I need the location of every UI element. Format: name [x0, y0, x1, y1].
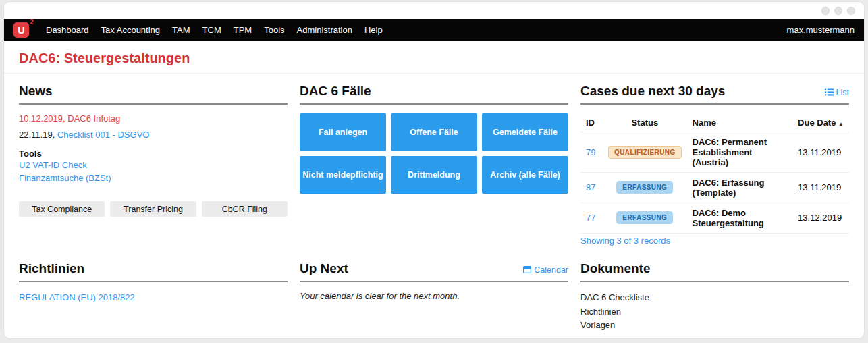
- drittmeldung-button[interactable]: Drittmeldung: [391, 156, 477, 194]
- case-id-link[interactable]: 77: [586, 213, 595, 223]
- offene-faelle-button[interactable]: Offene Fälle: [391, 113, 477, 151]
- table-row: 87 ERFASSUNG DAC6: Erfassung (Template) …: [580, 172, 849, 203]
- up-next-section-title: Up Next: [300, 262, 348, 276]
- document-item-richtlinien[interactable]: Richtlinien: [580, 305, 849, 319]
- calendar-icon: [523, 266, 531, 273]
- list-link-label: List: [836, 88, 849, 97]
- page-content: DAC6: Steuergestaltungen News 10.12.2019…: [4, 51, 864, 339]
- document-item-vorlagen[interactable]: Vorlagen: [580, 319, 849, 333]
- column-header-due-date[interactable]: Due Date ▲: [792, 113, 849, 132]
- nav-item-dashboard[interactable]: Dashboard: [40, 25, 95, 35]
- tax-compliance-button[interactable]: Tax Compliance: [19, 201, 105, 217]
- news-section: News 10.12.2019, DAC6 Infotag 22.11.19, …: [19, 84, 288, 246]
- logo-letter: U: [13, 22, 29, 38]
- tool-link-finanzamtsuche[interactable]: Finanzamtsuche (BZSt): [19, 172, 288, 184]
- dac6-faelle-section: DAC 6 Fälle Fall anlegen Offene Fälle Ge…: [300, 84, 568, 246]
- table-row: 79 QUALIFIZIERUNG DAC6: Permanent Establ…: [580, 132, 849, 172]
- up-next-section: Up Next Calendar Your calendar is clear …: [300, 262, 568, 339]
- cbcr-filing-button[interactable]: CbCR Filing: [202, 201, 288, 217]
- case-name: DAC6: Permanent Establishment (Austria): [687, 132, 792, 172]
- nav-item-tools[interactable]: Tools: [258, 25, 290, 35]
- list-icon: [825, 88, 834, 96]
- dokumente-section-title: Dokumente: [580, 262, 650, 276]
- window-control-icon[interactable]: [821, 7, 830, 15]
- main-menu: Dashboard Tax Accounting TAM TCM TPM Too…: [40, 25, 389, 35]
- case-due-date: 13.11.2019: [792, 172, 849, 203]
- column-header-name[interactable]: Name: [687, 113, 792, 132]
- nav-item-tax-accounting[interactable]: Tax Accounting: [95, 25, 166, 35]
- case-id-link[interactable]: 79: [586, 147, 595, 157]
- nav-item-tpm[interactable]: TPM: [227, 25, 258, 35]
- window-titlebar: [4, 2, 864, 19]
- username[interactable]: max.mustermann: [787, 25, 855, 35]
- top-navbar: U 2 Dashboard Tax Accounting TAM TCM TPM…: [4, 19, 864, 41]
- nav-item-tam[interactable]: TAM: [166, 25, 196, 35]
- news-section-title: News: [19, 84, 53, 99]
- case-due-date: 13.11.2019: [792, 132, 849, 172]
- news-link-checklist[interactable]: Checklist 001 - DSGVO: [57, 130, 150, 140]
- status-badge: ERFASSUNG: [616, 211, 673, 224]
- page-title: DAC6: Steuergestaltungen: [19, 51, 849, 66]
- news-item-date: 22.11.19,: [19, 130, 57, 140]
- records-count: Showing 3 of 3 records: [580, 236, 849, 246]
- column-header-status[interactable]: Status: [603, 113, 687, 132]
- status-badge: ERFASSUNG: [616, 181, 673, 194]
- document-item-checkliste[interactable]: DAC 6 Checkliste: [580, 291, 849, 305]
- transfer-pricing-button[interactable]: Transfer Pricing: [110, 201, 196, 217]
- archiv-button[interactable]: Archiv (alle Fälle): [482, 156, 568, 194]
- list-link[interactable]: List: [825, 88, 849, 99]
- case-name: DAC6: Erfassung (Template): [687, 172, 792, 203]
- calendar-link-label: Calendar: [534, 265, 568, 275]
- dac6-section-title: DAC 6 Fälle: [300, 84, 371, 99]
- title-divider: [4, 73, 864, 74]
- cases-table-header-row: ID Status Name Due Date ▲: [580, 113, 849, 132]
- cases-section-title: Cases due next 30 days: [580, 84, 725, 99]
- module-buttons: Tax Compliance Transfer Pricing CbCR Fil…: [19, 201, 288, 217]
- dac6-button-grid: Fall anlegen Offene Fälle Gemeldete Fäll…: [300, 113, 568, 194]
- window-control-icon[interactable]: [847, 7, 855, 15]
- cases-section: Cases due next 30 days List: [580, 84, 849, 246]
- status-badge: QUALIFIZIERUNG: [608, 146, 682, 159]
- richtlinien-section-title: Richtlinien: [19, 262, 84, 276]
- app-logo[interactable]: U 2: [13, 22, 29, 38]
- fall-anlegen-button[interactable]: Fall anlegen: [300, 113, 386, 151]
- regulation-link[interactable]: REGULATION (EU) 2018/822: [19, 292, 135, 302]
- nav-item-administration[interactable]: Administration: [291, 25, 358, 35]
- app-window: U 2 Dashboard Tax Accounting TAM TCM TPM…: [3, 1, 865, 339]
- tools-label: Tools: [19, 149, 288, 159]
- desktop-background: U 2 Dashboard Tax Accounting TAM TCM TPM…: [0, 0, 868, 343]
- case-due-date: 13.12.2019: [792, 203, 849, 233]
- nav-item-help[interactable]: Help: [358, 25, 389, 35]
- window-control-icon[interactable]: [834, 7, 842, 15]
- dashboard-grid: News 10.12.2019, DAC6 Infotag 22.11.19, …: [19, 84, 849, 339]
- due-date-label: Due Date: [798, 117, 836, 128]
- case-name: DAC6: Demo Steuergestaltung: [687, 203, 792, 233]
- case-id-link[interactable]: 87: [586, 182, 595, 192]
- dokumente-section: Dokumente DAC 6 Checkliste Richtlinien V…: [580, 262, 849, 339]
- sort-ascending-icon: ▲: [838, 121, 844, 127]
- news-link-dac6-infotag[interactable]: 10.12.2019, DAC6 Infotag: [19, 113, 120, 124]
- column-header-id[interactable]: ID: [580, 113, 603, 132]
- nav-item-tcm[interactable]: TCM: [196, 25, 227, 35]
- richtlinien-section: Richtlinien REGULATION (EU) 2018/822: [19, 262, 288, 339]
- nicht-meldepflichtig-button[interactable]: Nicht meldepflichtig: [300, 156, 386, 194]
- tool-link-vat-id-check[interactable]: U2 VAT-ID Check: [19, 159, 288, 172]
- calendar-link[interactable]: Calendar: [523, 265, 568, 276]
- cases-table: ID Status Name Due Date ▲: [580, 113, 849, 234]
- gemeldete-faelle-button[interactable]: Gemeldete Fälle: [482, 113, 568, 151]
- table-row: 77 ERFASSUNG DAC6: Demo Steuergestaltung…: [580, 203, 849, 233]
- logo-superscript: 2: [30, 18, 34, 26]
- calendar-empty-message: Your calendar is clear for the next mont…: [300, 291, 568, 301]
